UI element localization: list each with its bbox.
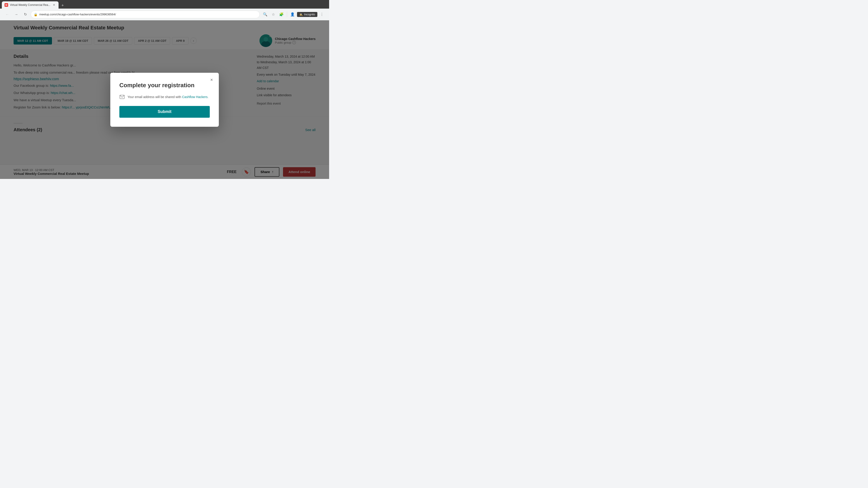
new-tab-button[interactable]: + [59, 2, 66, 8]
reload-button[interactable]: ↻ [22, 11, 29, 18]
email-notice-row: Your email address will be shared with C… [119, 94, 210, 100]
search-icon-btn[interactable]: 🔍 [261, 11, 269, 18]
url-text: meetup.com/chicago-cashflow-hackers/even… [39, 13, 116, 16]
tab-close-button[interactable]: ✕ [52, 3, 56, 7]
email-notice-text: Your email address will be shared with C… [127, 95, 209, 99]
toolbar-actions: 🔍 ☆ 🧩 👤 🕵️ Incognito ⋮ [261, 11, 326, 18]
menu-btn[interactable]: ⋮ [318, 11, 326, 18]
incognito-icon: 🕵️ [299, 13, 303, 16]
extensions-btn[interactable]: 🧩 [278, 11, 285, 18]
incognito-badge[interactable]: 🕵️ Incognito [297, 12, 317, 17]
page-content: Virtual Weekly Commercial Real Estate Me… [0, 20, 329, 179]
browser-chrome: M Virtual Weekly Commercial Rea... ✕ + ←… [0, 0, 329, 20]
toolbar: ← → ↻ 🔒 meetup.com/chicago-cashflow-hack… [0, 8, 329, 20]
cashflow-hackers-link[interactable]: Cashflow Hackers [182, 95, 208, 99]
tab-title: Virtual Weekly Commercial Rea... [10, 3, 51, 6]
modal-backdrop[interactable]: × Complete your registration Your email … [0, 20, 329, 179]
registration-modal: × Complete your registration Your email … [110, 73, 219, 127]
incognito-label: Incognito [304, 13, 315, 16]
submit-button[interactable]: Submit [119, 106, 210, 118]
email-icon [119, 94, 125, 100]
back-button[interactable]: ← [4, 11, 11, 18]
address-bar[interactable]: 🔒 meetup.com/chicago-cashflow-hackers/ev… [31, 11, 260, 18]
modal-close-button[interactable]: × [208, 76, 215, 84]
tab-bar: M Virtual Weekly Commercial Rea... ✕ + [0, 0, 329, 8]
forward-button[interactable]: → [13, 11, 20, 18]
active-tab[interactable]: M Virtual Weekly Commercial Rea... ✕ [2, 1, 59, 8]
modal-title: Complete your registration [119, 82, 210, 89]
background-page: Virtual Weekly Commercial Real Estate Me… [0, 20, 329, 179]
tab-favicon: M [4, 3, 8, 7]
bookmark-toolbar-btn[interactable]: ☆ [270, 11, 277, 18]
profile-btn[interactable]: 👤 [289, 11, 296, 18]
